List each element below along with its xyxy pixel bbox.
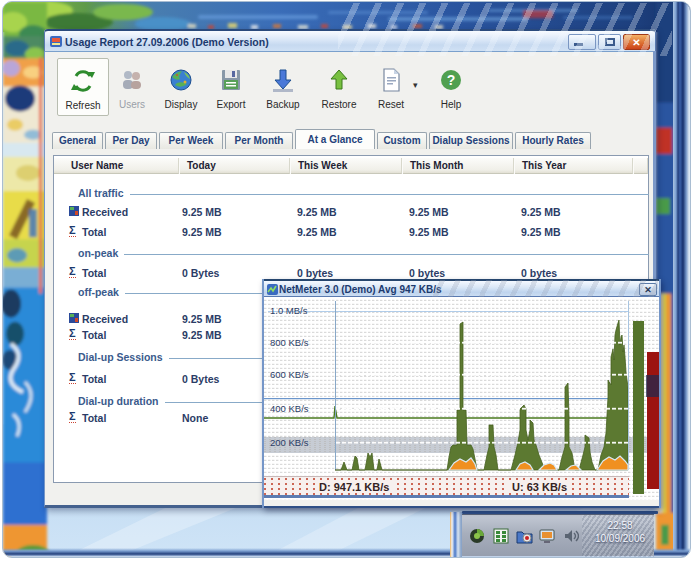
svg-text:?: ?: [447, 72, 456, 88]
